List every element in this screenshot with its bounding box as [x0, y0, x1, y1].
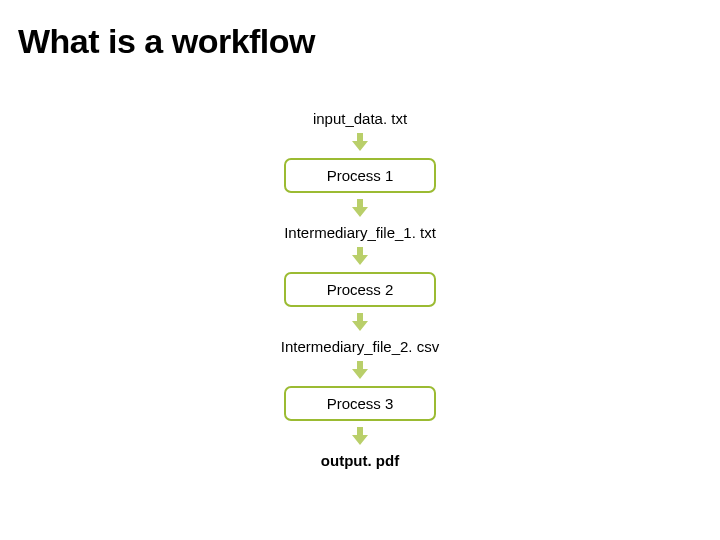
file-label-1: Intermediary_file_1. txt [284, 224, 436, 241]
slide: What is a workflow input_data. txt Proce… [0, 0, 720, 540]
process-box-3: Process 3 [284, 386, 436, 421]
file-label-input: input_data. txt [313, 110, 407, 127]
process-box-2: Process 2 [284, 272, 436, 307]
down-arrow-icon [350, 427, 370, 445]
down-arrow-icon [350, 133, 370, 151]
slide-title: What is a workflow [18, 22, 315, 61]
down-arrow-icon [350, 313, 370, 331]
workflow-diagram: input_data. txt Process 1 Intermediary_f… [0, 108, 720, 471]
down-arrow-icon [350, 361, 370, 379]
down-arrow-icon [350, 247, 370, 265]
down-arrow-icon [350, 199, 370, 217]
process-box-1: Process 1 [284, 158, 436, 193]
file-label-output: output. pdf [321, 452, 399, 469]
file-label-2: Intermediary_file_2. csv [281, 338, 439, 355]
